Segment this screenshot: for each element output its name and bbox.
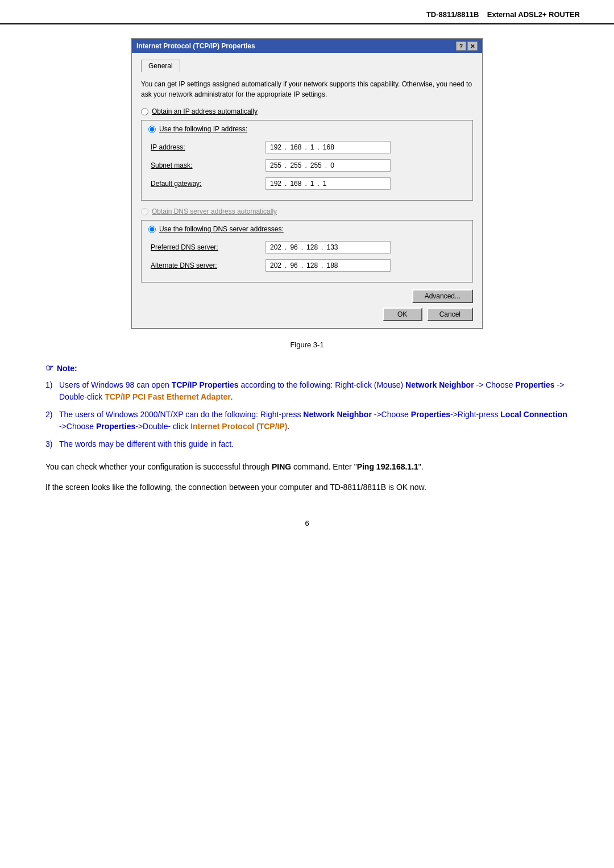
note-icon: ☞ <box>45 363 53 373</box>
subnet-octet-3: 255 <box>310 161 322 169</box>
dns-fields-table: Preferred DNS server: 202 . 96 . 128 . 1… <box>148 238 466 275</box>
note-text-1: Users of Windows 98 can open TCP/IP Prop… <box>59 379 569 403</box>
note-num-2: 2) <box>45 409 59 421</box>
subnet-octet-4: 0 <box>330 161 334 169</box>
pdns-octet-4: 133 <box>326 243 338 251</box>
notes-list: 1) Users of Windows 98 can open TCP/IP P… <box>45 379 569 450</box>
subnet-mask-row: Subnet mask: 255 . 255 . 255 . 0 <box>150 157 464 174</box>
dialog-description: You can get IP settings assigned automat… <box>141 79 473 99</box>
default-gateway-field[interactable]: 192 . 168 . 1 . 1 <box>265 177 391 190</box>
adns-octet-2: 96 <box>290 261 297 269</box>
ip-fields-table: IP address: 192 . 168 . 1 . 168 <box>148 138 466 193</box>
radio-auto-dns-label: Obtain DNS server address automatically <box>152 207 277 215</box>
subnet-mask-field[interactable]: 255 . 255 . 255 . 0 <box>265 159 391 172</box>
body-para-1: You can check whether your configuration… <box>45 460 569 473</box>
gw-octet-3: 1 <box>310 180 314 188</box>
alternate-dns-row: Alternate DNS server: 202 . 96 . 128 . 1… <box>150 257 464 274</box>
tab-bar: General <box>141 60 473 72</box>
pdns-octet-2: 96 <box>290 243 297 251</box>
ip-octet-2: 168 <box>290 143 301 151</box>
radio-auto-dns[interactable] <box>141 208 148 215</box>
page-number: 6 <box>0 502 614 533</box>
product-name: External ADSL2+ ROUTER <box>487 10 580 19</box>
use-ip-legend: Use the following IP address: <box>148 125 466 133</box>
body-para-2: If the screen looks like the following, … <box>45 481 569 493</box>
ip-octet-3: 1 <box>310 143 314 151</box>
ip-address-field[interactable]: 192 . 168 . 1 . 168 <box>265 141 391 153</box>
note-item-2: 2) The users of Windows 2000/NT/XP can d… <box>45 409 569 433</box>
radio-auto-ip-label: Obtain an IP address automatically <box>152 107 258 115</box>
advanced-button[interactable]: Advanced... <box>412 289 473 303</box>
main-content: Internet Protocol (TCP/IP) Properties ? … <box>0 38 614 494</box>
tab-general[interactable]: General <box>141 60 180 72</box>
default-gateway-label: Default gateway: <box>150 175 263 192</box>
radio-auto-dns-option: Obtain DNS server address automatically <box>141 207 473 215</box>
ip-octet-1: 192 <box>270 143 281 151</box>
alternate-dns-label: Alternate DNS server: <box>150 257 263 274</box>
adns-octet-3: 128 <box>306 261 318 269</box>
use-dns-section: Use the following DNS server addresses: … <box>141 220 473 283</box>
radio-use-dns[interactable] <box>148 226 156 233</box>
gw-octet-2: 168 <box>290 180 301 188</box>
preferred-dns-field[interactable]: 202 . 96 . 128 . 133 <box>265 241 391 254</box>
use-ip-label: Use the following IP address: <box>159 125 247 133</box>
ip-address-label: IP address: <box>150 139 263 156</box>
preferred-dns-row: Preferred DNS server: 202 . 96 . 128 . 1… <box>150 239 464 256</box>
use-dns-legend: Use the following DNS server addresses: <box>148 225 466 233</box>
dialog-titlebar: Internet Protocol (TCP/IP) Properties ? … <box>132 39 482 53</box>
note-label: ☞ Note: <box>45 363 569 373</box>
dialog-controls: ? ✕ <box>456 41 478 51</box>
header-model-product: TD-8811/8811B External ADSL2+ ROUTER <box>426 10 580 19</box>
subnet-mask-label: Subnet mask: <box>150 157 263 174</box>
dialog-close-button[interactable]: ✕ <box>467 41 478 51</box>
ip-octet-4: 168 <box>323 143 334 151</box>
advanced-row: Advanced... <box>141 289 473 303</box>
note-item-1: 1) Users of Windows 98 can open TCP/IP P… <box>45 379 569 403</box>
gw-octet-1: 192 <box>270 180 281 188</box>
note-section: ☞ Note: 1) Users of Windows 98 can open … <box>45 363 569 450</box>
ip-address-row: IP address: 192 . 168 . 1 . 168 <box>150 139 464 156</box>
note-item-3: 3) The words may be different with this … <box>45 438 569 450</box>
radio-use-ip[interactable] <box>148 126 156 133</box>
tcp-ip-dialog: Internet Protocol (TCP/IP) Properties ? … <box>131 38 483 329</box>
use-ip-section: Use the following IP address: IP address… <box>141 120 473 201</box>
note-text-3: The words may be different with this gui… <box>59 438 569 450</box>
subnet-octet-1: 255 <box>270 161 281 169</box>
pdns-octet-3: 128 <box>306 243 318 251</box>
note-text-2: The users of Windows 2000/NT/XP can do t… <box>59 409 569 433</box>
figure-caption: Figure 3-1 <box>45 340 569 349</box>
subnet-octet-2: 255 <box>290 161 301 169</box>
radio-auto-ip[interactable] <box>141 108 148 115</box>
ok-cancel-row: OK Cancel <box>141 308 473 321</box>
use-dns-label: Use the following DNS server addresses: <box>159 225 284 233</box>
model-number: TD-8811/8811B <box>426 10 479 19</box>
default-gateway-row: Default gateway: 192 . 168 . 1 . 1 <box>150 175 464 192</box>
dialog-help-button[interactable]: ? <box>456 41 466 51</box>
gw-octet-4: 1 <box>323 180 327 188</box>
dialog-body: General You can get IP settings assigned… <box>132 53 482 328</box>
pdns-octet-1: 202 <box>270 243 281 251</box>
dialog-title: Internet Protocol (TCP/IP) Properties <box>136 42 255 50</box>
cancel-button[interactable]: Cancel <box>427 308 473 321</box>
preferred-dns-label: Preferred DNS server: <box>150 239 263 256</box>
note-num-3: 3) <box>45 438 59 450</box>
ok-button[interactable]: OK <box>383 308 422 321</box>
adns-octet-4: 188 <box>326 261 338 269</box>
radio-auto-ip-option: Obtain an IP address automatically <box>141 107 473 115</box>
alternate-dns-field[interactable]: 202 . 96 . 128 . 188 <box>265 259 391 272</box>
adns-octet-1: 202 <box>270 261 281 269</box>
note-label-text: Note: <box>57 364 77 373</box>
page-header: TD-8811/8811B External ADSL2+ ROUTER <box>0 0 614 24</box>
note-num-1: 1) <box>45 379 59 391</box>
